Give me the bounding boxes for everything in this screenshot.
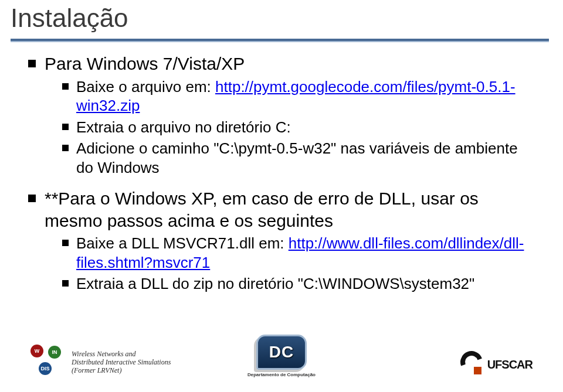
- dc-badge-icon: DC: [256, 335, 307, 370]
- windis-line3: (Former LRVNet): [72, 367, 171, 375]
- logo-windis: W IN DIS Wireless Networks and Distribut…: [30, 342, 177, 384]
- title-underline: [11, 39, 549, 42]
- slide-content: Para Windows 7/Vista/XP Baixe o arquivo …: [28, 53, 538, 302]
- windis-icon-green: IN: [48, 346, 61, 359]
- dc-caption: Departamento de Computação: [243, 372, 320, 377]
- sub-baixe-prefix: Baixe o arquivo em:: [76, 78, 215, 96]
- bullet-list: Para Windows 7/Vista/XP Baixe o arquivo …: [28, 53, 538, 294]
- logo-ufscar: UFSCAR: [462, 351, 533, 378]
- sub-extraia-dll: Extraia a DLL do zip no diretório "C:\WI…: [62, 274, 538, 294]
- sub-adicione-caminho: Adicione o caminho "C:\pymt-0.5-w32" nas…: [62, 139, 538, 177]
- bullet-windows: Para Windows 7/Vista/XP Baixe o arquivo …: [28, 53, 538, 177]
- logo-dc: DC Departamento de Computação: [243, 335, 320, 384]
- sublist-2: Baixe a DLL MSVCR71.dll em: http://www.d…: [62, 234, 538, 294]
- dc-label: DC: [269, 343, 294, 362]
- bullet-xp-text: **Para o Windows XP, em caso de erro de …: [45, 189, 479, 230]
- windis-icon-red: W: [30, 345, 43, 357]
- sub-baixe-arquivo: Baixe o arquivo em: http://pymt.googleco…: [62, 77, 538, 115]
- bullet-windows-text: Para Windows 7/Vista/XP: [45, 54, 245, 73]
- sublist-1: Baixe o arquivo em: http://pymt.googleco…: [62, 77, 538, 178]
- ufscar-swoosh-icon: [462, 353, 484, 376]
- windis-icon-cluster: W IN DIS: [30, 345, 67, 381]
- ufscar-text: UFSCAR: [487, 358, 533, 371]
- windis-line1: Wireless Networks and: [72, 350, 171, 359]
- sub-baixe-dll: Baixe a DLL MSVCR71.dll em: http://www.d…: [62, 234, 538, 272]
- windis-caption: Wireless Networks and Distributed Intera…: [72, 350, 171, 374]
- windis-icon-blue: DIS: [39, 362, 52, 375]
- footer: W IN DIS Wireless Networks and Distribut…: [0, 331, 563, 384]
- sub-baixe-dll-prefix: Baixe a DLL MSVCR71.dll em:: [76, 234, 289, 252]
- bullet-xp-error: **Para o Windows XP, em caso de erro de …: [28, 188, 538, 294]
- sub-extraia: Extraia o arquivo no diretório C:: [62, 118, 538, 137]
- windis-line2: Distributed Interactive Simulations: [72, 359, 171, 367]
- slide-title: Instalação: [11, 4, 128, 33]
